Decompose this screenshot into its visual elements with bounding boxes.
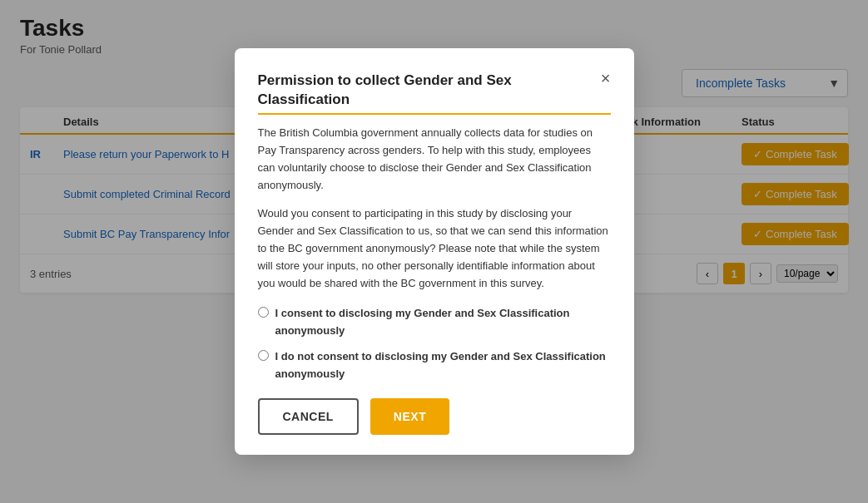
modal-close-button[interactable]: × <box>601 70 611 86</box>
cancel-button[interactable]: CANCEL <box>258 398 359 435</box>
radio-no-consent-label: I do not consent to disclosing my Gender… <box>275 348 611 383</box>
modal-header: Permission to collect Gender and Sex Cla… <box>258 72 611 110</box>
radio-consent-label: I consent to disclosing my Gender and Se… <box>275 305 611 340</box>
modal-overlay: Permission to collect Gender and Sex Cla… <box>0 0 868 503</box>
modal-dialog: Permission to collect Gender and Sex Cla… <box>235 48 634 454</box>
modal-title-divider <box>258 113 611 115</box>
radio-group: I consent to disclosing my Gender and Se… <box>258 305 611 382</box>
next-button[interactable]: NEXT <box>370 398 449 435</box>
radio-option-consent[interactable]: I consent to disclosing my Gender and Se… <box>258 305 611 340</box>
modal-body: The British Columbia government annually… <box>258 125 611 382</box>
modal-paragraph-2: Would you consent to participating in th… <box>258 205 611 292</box>
modal-paragraph-1: The British Columbia government annually… <box>258 125 611 194</box>
radio-option-no-consent[interactable]: I do not consent to disclosing my Gender… <box>258 348 611 383</box>
radio-no-consent-input[interactable] <box>258 350 269 361</box>
modal-actions: CANCEL NEXT <box>258 398 611 435</box>
modal-title: Permission to collect Gender and Sex Cla… <box>258 72 601 110</box>
radio-consent-input[interactable] <box>258 307 269 318</box>
page-background: Tasks For Tonie Pollard Incomplete Tasks… <box>0 0 868 503</box>
